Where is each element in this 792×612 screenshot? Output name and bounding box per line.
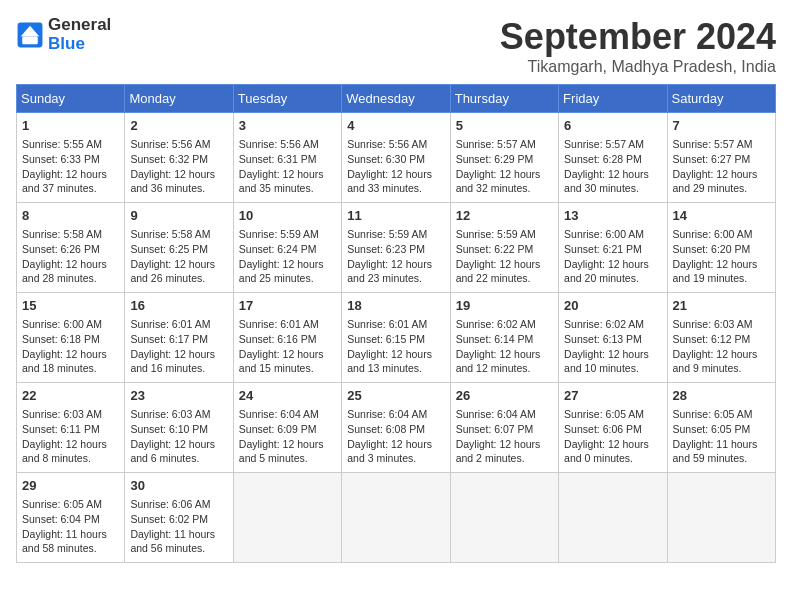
day-info: Sunset: 6:26 PM — [22, 242, 119, 257]
day-info: Sunrise: 6:02 AM — [564, 317, 661, 332]
day-info: Sunrise: 6:03 AM — [130, 407, 227, 422]
day-info: and 20 minutes. — [564, 271, 661, 286]
day-info: Daylight: 11 hours — [673, 437, 770, 452]
day-info: Daylight: 12 hours — [22, 437, 119, 452]
day-info: Daylight: 12 hours — [673, 167, 770, 182]
day-info: Sunset: 6:18 PM — [22, 332, 119, 347]
day-info: and 18 minutes. — [22, 361, 119, 376]
day-info: Sunrise: 5:56 AM — [347, 137, 444, 152]
day-info: Sunrise: 6:05 AM — [22, 497, 119, 512]
day-info: and 35 minutes. — [239, 181, 336, 196]
day-info: Daylight: 12 hours — [673, 347, 770, 362]
day-info: Sunrise: 5:56 AM — [239, 137, 336, 152]
day-info: Sunset: 6:21 PM — [564, 242, 661, 257]
day-info: and 15 minutes. — [239, 361, 336, 376]
day-info: and 26 minutes. — [130, 271, 227, 286]
day-number: 25 — [347, 387, 444, 405]
day-info: Sunset: 6:02 PM — [130, 512, 227, 527]
day-info: Sunset: 6:24 PM — [239, 242, 336, 257]
day-info: and 13 minutes. — [347, 361, 444, 376]
day-number: 30 — [130, 477, 227, 495]
day-number: 1 — [22, 117, 119, 135]
location-title: Tikamgarh, Madhya Pradesh, India — [500, 58, 776, 76]
col-wednesday: Wednesday — [342, 85, 450, 113]
day-info: Sunrise: 6:05 AM — [564, 407, 661, 422]
day-number: 26 — [456, 387, 553, 405]
table-row: 24Sunrise: 6:04 AMSunset: 6:09 PMDayligh… — [233, 383, 341, 473]
day-info: Sunset: 6:31 PM — [239, 152, 336, 167]
day-info: Sunrise: 5:58 AM — [22, 227, 119, 242]
day-info: Sunset: 6:10 PM — [130, 422, 227, 437]
table-row: 28Sunrise: 6:05 AMSunset: 6:05 PMDayligh… — [667, 383, 775, 473]
day-number: 27 — [564, 387, 661, 405]
day-info: Sunset: 6:22 PM — [456, 242, 553, 257]
table-row: 17Sunrise: 6:01 AMSunset: 6:16 PMDayligh… — [233, 293, 341, 383]
svg-rect-2 — [22, 36, 38, 44]
day-number: 22 — [22, 387, 119, 405]
day-info: Sunset: 6:09 PM — [239, 422, 336, 437]
day-info: and 8 minutes. — [22, 451, 119, 466]
day-info: Sunrise: 5:57 AM — [456, 137, 553, 152]
table-row: 14Sunrise: 6:00 AMSunset: 6:20 PMDayligh… — [667, 203, 775, 293]
day-info: and 29 minutes. — [673, 181, 770, 196]
day-info: and 30 minutes. — [564, 181, 661, 196]
day-info: Sunrise: 6:03 AM — [22, 407, 119, 422]
day-number: 21 — [673, 297, 770, 315]
day-info: and 2 minutes. — [456, 451, 553, 466]
day-info: and 56 minutes. — [130, 541, 227, 556]
day-info: Sunrise: 5:55 AM — [22, 137, 119, 152]
day-info: and 33 minutes. — [347, 181, 444, 196]
day-info: Sunrise: 5:57 AM — [564, 137, 661, 152]
table-row: 15Sunrise: 6:00 AMSunset: 6:18 PMDayligh… — [17, 293, 125, 383]
day-info: Daylight: 12 hours — [130, 167, 227, 182]
day-info: Sunrise: 6:00 AM — [564, 227, 661, 242]
day-info: and 58 minutes. — [22, 541, 119, 556]
day-number: 28 — [673, 387, 770, 405]
day-number: 15 — [22, 297, 119, 315]
day-info: Sunset: 6:05 PM — [673, 422, 770, 437]
day-info: and 3 minutes. — [347, 451, 444, 466]
day-number: 6 — [564, 117, 661, 135]
day-info: Daylight: 12 hours — [239, 437, 336, 452]
day-info: and 59 minutes. — [673, 451, 770, 466]
day-info: Daylight: 12 hours — [347, 167, 444, 182]
table-row: 2Sunrise: 5:56 AMSunset: 6:32 PMDaylight… — [125, 113, 233, 203]
day-info: and 28 minutes. — [22, 271, 119, 286]
day-number: 16 — [130, 297, 227, 315]
day-info: Sunset: 6:08 PM — [347, 422, 444, 437]
day-info: Sunset: 6:16 PM — [239, 332, 336, 347]
day-number: 3 — [239, 117, 336, 135]
day-info: and 5 minutes. — [239, 451, 336, 466]
day-info: and 0 minutes. — [564, 451, 661, 466]
day-info: Sunset: 6:12 PM — [673, 332, 770, 347]
day-info: and 10 minutes. — [564, 361, 661, 376]
table-row: 20Sunrise: 6:02 AMSunset: 6:13 PMDayligh… — [559, 293, 667, 383]
day-number: 11 — [347, 207, 444, 225]
day-number: 20 — [564, 297, 661, 315]
day-info: and 22 minutes. — [456, 271, 553, 286]
day-info: Daylight: 12 hours — [22, 347, 119, 362]
day-info: Sunset: 6:32 PM — [130, 152, 227, 167]
day-info: Sunrise: 6:06 AM — [130, 497, 227, 512]
day-info: Daylight: 12 hours — [22, 257, 119, 272]
day-info: Daylight: 12 hours — [130, 437, 227, 452]
day-info: Sunrise: 6:00 AM — [22, 317, 119, 332]
day-info: Sunset: 6:07 PM — [456, 422, 553, 437]
table-row: 22Sunrise: 6:03 AMSunset: 6:11 PMDayligh… — [17, 383, 125, 473]
table-row: 10Sunrise: 5:59 AMSunset: 6:24 PMDayligh… — [233, 203, 341, 293]
logo: General Blue — [16, 16, 111, 53]
day-number: 7 — [673, 117, 770, 135]
day-info: and 19 minutes. — [673, 271, 770, 286]
day-info: Sunset: 6:33 PM — [22, 152, 119, 167]
table-row — [342, 473, 450, 563]
day-info: Sunrise: 5:59 AM — [239, 227, 336, 242]
table-row — [559, 473, 667, 563]
col-thursday: Thursday — [450, 85, 558, 113]
day-info: and 12 minutes. — [456, 361, 553, 376]
col-saturday: Saturday — [667, 85, 775, 113]
day-info: Daylight: 12 hours — [456, 257, 553, 272]
day-number: 13 — [564, 207, 661, 225]
table-row: 5Sunrise: 5:57 AMSunset: 6:29 PMDaylight… — [450, 113, 558, 203]
day-info: and 32 minutes. — [456, 181, 553, 196]
table-row: 19Sunrise: 6:02 AMSunset: 6:14 PMDayligh… — [450, 293, 558, 383]
